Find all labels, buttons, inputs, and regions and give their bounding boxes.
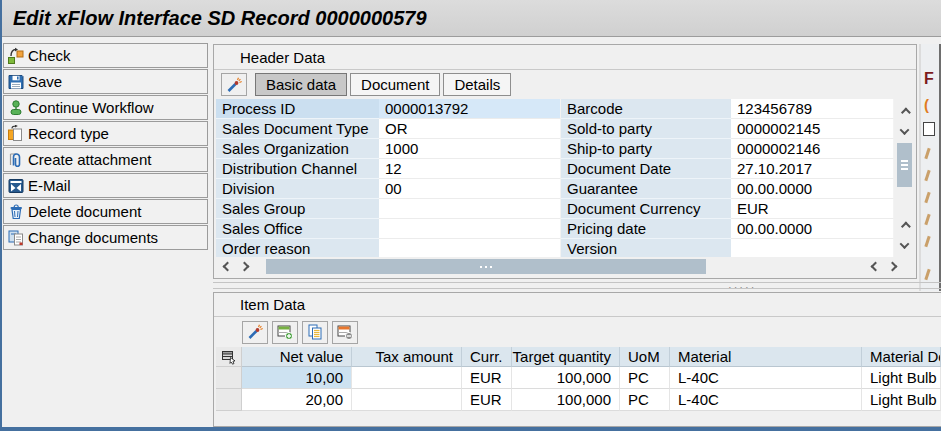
column-header-uom[interactable]: UoM (620, 347, 670, 367)
cell-currency[interactable]: EUR (462, 367, 512, 389)
record-type-button[interactable]: Record type (3, 121, 208, 146)
insert-row-button[interactable] (272, 321, 298, 344)
clipped-right-panel: F ( (919, 44, 941, 291)
save-button[interactable]: Save (3, 69, 208, 94)
scroll-down-button[interactable] (897, 238, 912, 252)
chevron-left-icon (223, 262, 233, 272)
sidebar-item-label: E-Mail (28, 177, 71, 194)
tab-document[interactable]: Document (350, 73, 440, 96)
scroll-left-button[interactable] (220, 260, 235, 274)
header-wand-button[interactable] (221, 73, 247, 96)
scroll-up-button[interactable] (897, 219, 912, 233)
cell-tax-amount[interactable] (352, 389, 462, 411)
field-value-sales-group[interactable] (379, 199, 561, 219)
field-value-sales-document-type[interactable]: OR (379, 119, 561, 139)
item-data-panel: Item Data (213, 292, 941, 427)
column-header-target-quantity[interactable]: Target quantity (512, 347, 620, 367)
horizontal-scroll-thumb[interactable] (266, 259, 706, 274)
form-vertical-scrollbar[interactable] (896, 99, 913, 257)
header-toolbar: Basic data Document Details (214, 70, 916, 99)
item-data-title: Item Data (214, 293, 941, 317)
clipped-text-fragment (924, 192, 930, 203)
field-label-document-currency: Document Currency (561, 199, 731, 219)
scroll-left-button[interactable] (868, 260, 883, 274)
window-border-bottom (0, 427, 941, 431)
form-row: Process ID 0000013792 Barcode 123456789 (216, 99, 894, 119)
scroll-down-button[interactable] (897, 124, 912, 138)
select-all-cell[interactable] (216, 347, 242, 367)
form-row: Distribution Channel 12 Document Date 27… (216, 159, 894, 179)
check-icon (7, 47, 25, 65)
cell-uom[interactable]: PC (620, 389, 670, 411)
field-value-document-date[interactable]: 27.10.2017 (731, 159, 894, 179)
field-label-pricing-date: Pricing date (561, 219, 731, 239)
delete-row-button[interactable] (332, 321, 358, 344)
cell-currency[interactable]: EUR (462, 389, 512, 411)
trash-icon (7, 203, 25, 221)
field-label-sales-office: Sales Office (216, 219, 379, 239)
panel-splitter[interactable]: ····· (213, 280, 941, 291)
field-value-document-currency[interactable]: EUR (731, 199, 894, 219)
cell-material[interactable]: L-40C (670, 389, 862, 411)
vertical-scroll-thumb[interactable] (897, 143, 912, 187)
scroll-up-button[interactable] (897, 105, 912, 119)
sidebar-item-label: Create attachment (28, 151, 151, 168)
field-value-distribution-channel[interactable]: 12 (379, 159, 561, 179)
email-button[interactable]: E-Mail (3, 173, 208, 198)
column-header-currency[interactable]: Curr. (462, 347, 512, 367)
scroll-right-button[interactable] (885, 260, 900, 274)
check-button[interactable]: Check (3, 43, 208, 68)
wand-icon (225, 76, 243, 94)
create-attachment-button[interactable]: Create attachment (3, 147, 208, 172)
field-label-division: Division (216, 179, 379, 199)
cell-material-description[interactable]: Light Bulb 40 (862, 389, 941, 411)
field-value-sales-office[interactable] (379, 219, 561, 239)
sidebar: Check Save Continue Workflow Record type (3, 43, 208, 251)
cell-target-quantity[interactable]: 100,000 (512, 389, 620, 411)
form-horizontal-scrollbar[interactable] (220, 258, 902, 275)
cell-uom[interactable]: PC (620, 367, 670, 389)
tab-basic-data[interactable]: Basic data (255, 73, 347, 96)
column-header-material[interactable]: Material (670, 347, 862, 367)
chevron-up-icon (901, 221, 911, 231)
field-value-version[interactable] (731, 239, 894, 257)
field-value-barcode[interactable]: 123456789 (731, 99, 894, 119)
field-value-division[interactable]: 00 (379, 179, 561, 199)
cell-tax-amount[interactable] (352, 367, 462, 389)
cell-material[interactable]: L-40C (670, 367, 862, 389)
change-documents-icon (7, 229, 25, 247)
field-value-process-id[interactable]: 0000013792 (379, 99, 561, 119)
clipped-text-fragment (924, 269, 930, 280)
field-label-order-reason: Order reason (216, 239, 379, 257)
column-header-material-description[interactable]: Material Des (862, 347, 941, 367)
column-header-tax-amount[interactable]: Tax amount (352, 347, 462, 367)
row-select-cell[interactable] (216, 389, 242, 411)
delete-document-button[interactable]: Delete document (3, 199, 208, 224)
cell-target-quantity[interactable]: 100,000 (512, 367, 620, 389)
field-value-order-reason[interactable] (379, 239, 561, 257)
header-tabs: Basic data Document Details (255, 73, 511, 96)
cell-net-value[interactable]: 20,00 (242, 389, 352, 411)
tab-details[interactable]: Details (443, 73, 511, 96)
item-wand-button[interactable] (242, 321, 268, 344)
field-value-sales-organization[interactable]: 1000 (379, 139, 561, 159)
field-value-sold-to-party[interactable]: 0000002145 (731, 119, 894, 139)
scroll-right-button[interactable] (237, 260, 252, 274)
field-label-barcode: Barcode (561, 99, 731, 119)
cell-net-value[interactable]: 10,00 (242, 367, 352, 389)
copy-row-button[interactable] (302, 321, 328, 344)
field-value-guarantee[interactable]: 00.00.0000 (731, 179, 894, 199)
field-value-pricing-date[interactable]: 00.00.0000 (731, 219, 894, 239)
continue-workflow-button[interactable]: Continue Workflow (3, 95, 208, 120)
header-data-title: Header Data (214, 45, 916, 70)
cell-material-description[interactable]: Light Bulb 40 (862, 367, 941, 389)
form-row: Division 00 Guarantee 00.00.0000 (216, 179, 894, 199)
field-label-distribution-channel: Distribution Channel (216, 159, 379, 179)
field-value-ship-to-party[interactable]: 0000002146 (731, 139, 894, 159)
column-header-net-value[interactable]: Net value (242, 347, 352, 367)
change-documents-button[interactable]: Change documents (3, 225, 208, 250)
item-toolbar (214, 317, 941, 347)
chevron-left-icon (871, 262, 881, 272)
field-label-sold-to-party: Sold-to party (561, 119, 731, 139)
row-select-cell[interactable] (216, 367, 242, 389)
